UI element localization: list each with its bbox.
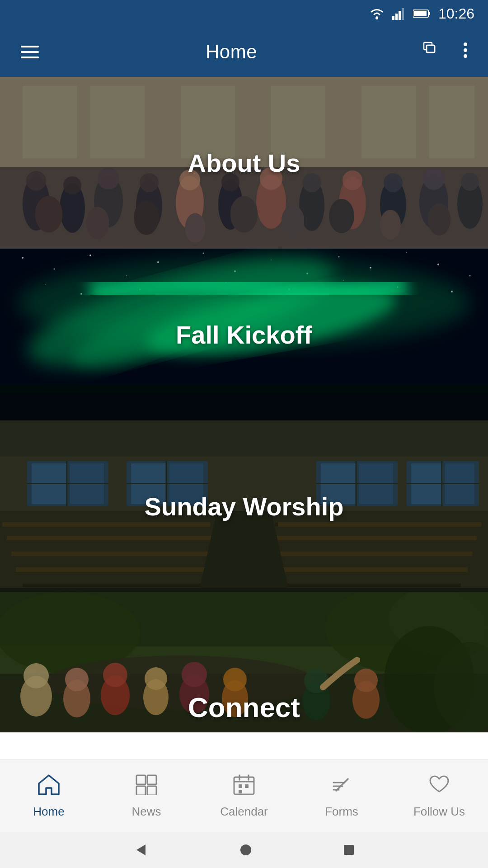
nav-item-news[interactable]: News: [98, 766, 195, 826]
app-bar-actions: [419, 38, 472, 66]
svg-rect-1: [392, 16, 394, 20]
app-bar-title: Home: [43, 41, 419, 63]
nav-label-home: Home: [33, 805, 64, 819]
forms-nav-icon: [330, 774, 353, 800]
svg-rect-126: [147, 775, 156, 784]
chat-button[interactable]: [419, 38, 446, 66]
svg-rect-125: [136, 775, 145, 784]
card-sunday-worship-title: Sunday Worship: [136, 483, 353, 530]
menu-button[interactable]: [16, 41, 43, 63]
home-button[interactable]: [239, 844, 252, 856]
status-bar: 10:26: [0, 0, 488, 27]
home-nav-icon: [37, 774, 61, 800]
card-fall-kickoff[interactable]: Fall Kickoff: [0, 249, 488, 420]
nav-item-forms[interactable]: Forms: [293, 766, 390, 826]
svg-rect-2: [395, 14, 398, 20]
svg-rect-134: [245, 784, 249, 788]
svg-rect-127: [136, 786, 145, 795]
svg-rect-6: [428, 12, 430, 15]
card-about-us-title: About Us: [179, 139, 310, 187]
svg-rect-3: [399, 11, 401, 20]
more-options-button[interactable]: [459, 38, 472, 66]
svg-rect-133: [239, 784, 242, 788]
svg-rect-9: [427, 45, 435, 52]
wifi-icon: [369, 7, 385, 20]
card-about-us[interactable]: About Us: [0, 77, 488, 249]
nav-item-follow-us[interactable]: Follow Us: [390, 766, 488, 826]
svg-rect-141: [344, 845, 354, 855]
nav-label-follow-us: Follow Us: [413, 805, 465, 819]
bottom-nav: Home News Calendar: [0, 760, 488, 832]
nav-item-home[interactable]: Home: [0, 766, 98, 826]
system-nav-bar: [0, 832, 488, 868]
svg-rect-7: [414, 11, 427, 16]
content-area: About Us: [0, 77, 488, 760]
recent-apps-button[interactable]: [343, 844, 355, 856]
svg-rect-135: [239, 790, 242, 793]
nav-label-calendar: Calendar: [220, 805, 268, 819]
status-icons: 10:26: [369, 5, 474, 22]
news-nav-icon: [135, 774, 158, 800]
card-fall-kickoff-title: Fall Kickoff: [167, 311, 321, 359]
battery-icon: [413, 8, 431, 19]
app-bar: Home: [0, 27, 488, 77]
nav-label-news: News: [131, 805, 161, 819]
follow-us-nav-icon: [427, 774, 451, 800]
card-connect-title: Connect: [179, 682, 309, 732]
svg-marker-139: [136, 844, 145, 855]
svg-rect-4: [402, 8, 404, 20]
card-connect[interactable]: Connect: [0, 592, 488, 732]
svg-point-140: [240, 844, 251, 855]
status-time: 10:26: [438, 5, 474, 22]
back-button[interactable]: [133, 842, 149, 858]
svg-rect-129: [234, 777, 254, 794]
svg-rect-128: [147, 786, 156, 795]
svg-point-11: [464, 42, 467, 46]
svg-point-0: [375, 17, 378, 19]
svg-point-13: [464, 54, 467, 58]
signal-icon: [392, 7, 406, 20]
calendar-nav-icon: [232, 774, 256, 800]
nav-label-forms: Forms: [325, 805, 358, 819]
card-sunday-worship[interactable]: Sunday Worship: [0, 420, 488, 592]
nav-item-calendar[interactable]: Calendar: [195, 766, 293, 826]
svg-point-12: [464, 48, 467, 52]
